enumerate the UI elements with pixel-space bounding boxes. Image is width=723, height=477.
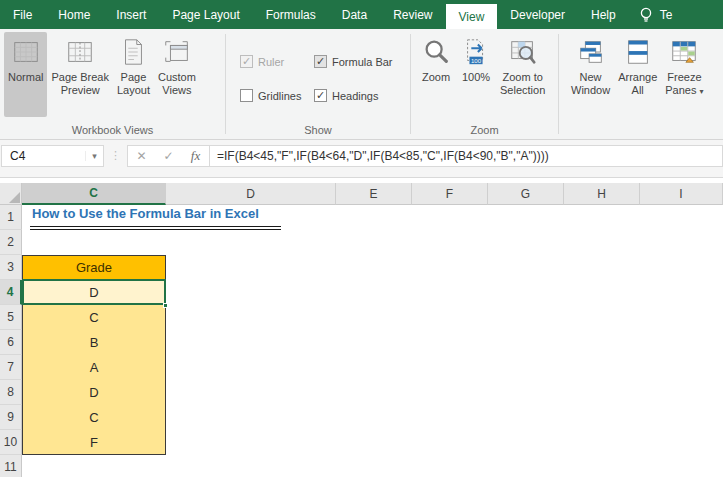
- cell-c7[interactable]: A: [22, 355, 166, 380]
- sheet-row-7: 7 A: [0, 355, 723, 380]
- custom-views-label-2: Views: [162, 84, 191, 97]
- cell-c6[interactable]: B: [22, 330, 166, 355]
- column-header-h[interactable]: H: [564, 183, 640, 205]
- cell-c4-selected[interactable]: D: [22, 280, 166, 305]
- row-header-6[interactable]: 6: [0, 330, 22, 355]
- zoom-100-icon: 100: [460, 35, 492, 69]
- cell-c5[interactable]: C: [22, 305, 166, 330]
- headings-checkbox-row[interactable]: ✓ Headings: [314, 89, 378, 102]
- cell-c1[interactable]: How to Use the Formula Bar in Excel: [22, 205, 281, 230]
- arrange-all-icon: [622, 35, 654, 69]
- row-header-5[interactable]: 5: [0, 305, 22, 330]
- page-break-preview-label-2: Preview: [61, 84, 100, 97]
- row-header-11[interactable]: 11: [0, 455, 22, 477]
- custom-views-button[interactable]: Custom Views: [154, 32, 200, 117]
- insert-function-button[interactable]: fx: [182, 148, 209, 164]
- lightbulb-icon: [639, 6, 653, 24]
- arrange-all-button[interactable]: Arrange All: [614, 32, 661, 117]
- tab-file[interactable]: File: [0, 0, 45, 29]
- normal-view-icon: [10, 35, 42, 69]
- column-header-c[interactable]: C: [22, 183, 166, 205]
- zoom-to-selection-button[interactable]: Zoom to Selection: [496, 32, 549, 117]
- column-header-g[interactable]: G: [488, 183, 564, 205]
- headings-checkbox[interactable]: ✓: [314, 89, 327, 102]
- page-break-preview-button[interactable]: Page Break Preview: [47, 32, 112, 117]
- sheet-row-1: 1 How to Use the Formula Bar in Excel: [0, 205, 723, 230]
- gridlines-label: Gridlines: [258, 90, 301, 102]
- formula-bar-checkbox-row[interactable]: ✓ Formula Bar: [314, 55, 393, 68]
- select-all-triangle-icon: [9, 192, 20, 203]
- cancel-button[interactable]: ✕: [128, 149, 155, 163]
- tab-review[interactable]: Review: [380, 0, 445, 29]
- gridlines-checkbox-row[interactable]: Gridlines: [240, 89, 301, 102]
- sheet-row-9: 9 C: [0, 405, 723, 430]
- normal-view-button[interactable]: Normal: [4, 32, 47, 117]
- new-window-label-2: Window: [571, 84, 610, 97]
- zoom-label: Zoom: [422, 71, 450, 84]
- cell-c4-value: D: [89, 285, 98, 300]
- select-all-corner[interactable]: [0, 183, 22, 205]
- tab-view[interactable]: View: [446, 4, 498, 29]
- tab-data[interactable]: Data: [329, 0, 380, 29]
- group-zoom: Zoom 100 100%: [411, 29, 558, 139]
- row-header-8[interactable]: 8: [0, 380, 22, 405]
- cell-c8[interactable]: D: [22, 380, 166, 405]
- zoom-100-label: 100%: [462, 71, 490, 84]
- row-header-4[interactable]: 4: [0, 280, 22, 305]
- zoom-group-label: Zoom: [411, 124, 558, 136]
- sheet-row-4: 4 D: [0, 280, 723, 305]
- row-header-9[interactable]: 9: [0, 405, 22, 430]
- page-layout-view-label-2: Layout: [117, 84, 150, 97]
- page-break-preview-icon: [64, 35, 96, 69]
- page-layout-view-icon: [117, 35, 149, 69]
- ruler-checkbox-row[interactable]: ✓ Ruler: [240, 55, 284, 68]
- zoom-button[interactable]: Zoom: [416, 32, 456, 117]
- name-box-dropdown-icon[interactable]: ▾: [85, 151, 103, 161]
- gridlines-checkbox[interactable]: [240, 89, 253, 102]
- cell-c3-grade-header[interactable]: Grade: [22, 255, 166, 280]
- tab-help[interactable]: Help: [578, 0, 629, 29]
- cell-c9[interactable]: C: [22, 405, 166, 430]
- column-header-i[interactable]: I: [640, 183, 723, 205]
- freeze-panes-button[interactable]: Freeze Panes ▾: [661, 32, 707, 117]
- ruler-label: Ruler: [258, 56, 284, 68]
- enter-button[interactable]: ✓: [155, 149, 182, 163]
- row-header-2[interactable]: 2: [0, 230, 22, 255]
- zoom-to-selection-label: Zoom to: [502, 71, 542, 84]
- page-layout-view-button[interactable]: Page Layout: [113, 32, 154, 117]
- excel-window: File Home Insert Page Layout Formulas Da…: [0, 0, 723, 477]
- cell-c10[interactable]: F: [22, 430, 166, 455]
- new-window-button[interactable]: New Window: [567, 32, 614, 117]
- tab-home[interactable]: Home: [45, 0, 103, 29]
- row-header-1[interactable]: 1: [0, 205, 22, 230]
- fill-handle[interactable]: [163, 303, 168, 308]
- zoom-to-selection-icon: [507, 35, 539, 69]
- freeze-panes-label: Freeze: [667, 71, 701, 84]
- formula-bar-strip: C4 ▾ ⋮ ✕ ✓ fx =IF(B4<45,"F",IF(B4<64,"D"…: [0, 140, 723, 178]
- row-header-3[interactable]: 3: [0, 255, 22, 280]
- column-header-d[interactable]: D: [166, 183, 336, 205]
- new-window-icon: [575, 35, 607, 69]
- freeze-panes-caret: ▾: [700, 87, 704, 96]
- tab-formulas[interactable]: Formulas: [253, 0, 329, 29]
- group-show: ✓ Ruler ✓ Formula Bar Gridlines ✓ Headin…: [226, 29, 410, 139]
- tab-insert[interactable]: Insert: [103, 0, 159, 29]
- tab-page-layout[interactable]: Page Layout: [159, 0, 252, 29]
- group-workbook-views: Normal Page Break Preview: [0, 29, 225, 139]
- formula-bar-checkbox[interactable]: ✓: [314, 55, 327, 68]
- tab-developer[interactable]: Developer: [497, 0, 578, 29]
- formula-input[interactable]: =IF(B4<45,"F",IF(B4<64,"D",IF(B4<85,"C",…: [210, 145, 723, 167]
- zoom-100-button[interactable]: 100 100%: [456, 32, 496, 117]
- sheet-row-2: 2: [0, 230, 723, 255]
- page-break-preview-label: Page Break: [51, 71, 108, 84]
- name-box[interactable]: C4 ▾: [1, 145, 104, 167]
- tell-me-box[interactable]: Te: [639, 0, 673, 29]
- svg-text:100: 100: [471, 57, 482, 64]
- column-header-e[interactable]: E: [336, 183, 412, 205]
- column-header-f[interactable]: F: [412, 183, 488, 205]
- row-header-10[interactable]: 10: [0, 430, 22, 455]
- sheet-body: 1 How to Use the Formula Bar in Excel 2 …: [0, 205, 723, 477]
- ribbon-view: Normal Page Break Preview: [0, 29, 723, 140]
- row-header-7[interactable]: 7: [0, 355, 22, 380]
- ruler-checkbox[interactable]: ✓: [240, 55, 253, 68]
